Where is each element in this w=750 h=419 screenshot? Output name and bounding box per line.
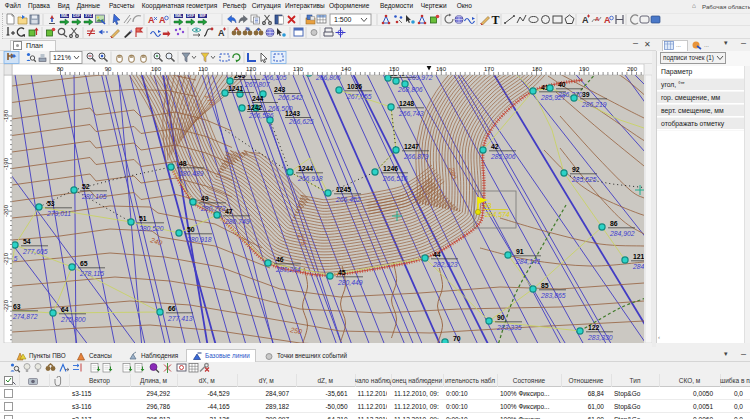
svg-text:1247: 1247 xyxy=(404,143,419,150)
svg-text:279,011: 279,011 xyxy=(46,210,71,217)
svg-text:1244: 1244 xyxy=(298,165,313,172)
svg-text:A: A xyxy=(235,26,239,32)
svg-text:91: 91 xyxy=(516,248,524,255)
svg-text:46: 46 xyxy=(276,256,284,263)
svg-text:40: 40 xyxy=(558,81,566,88)
svg-text:283,865: 283,865 xyxy=(540,292,566,299)
svg-text:1243: 1243 xyxy=(285,110,300,117)
svg-text:XML: XML xyxy=(61,14,69,18)
svg-text:100: 100 xyxy=(151,66,162,72)
svg-text:284,141: 284,141 xyxy=(515,258,541,265)
svg-text:122: 122 xyxy=(588,324,600,331)
svg-text:-220: -220 xyxy=(3,299,9,312)
svg-text:267,807: 267,807 xyxy=(244,81,270,88)
svg-text:266,879: 266,879 xyxy=(403,153,429,160)
svg-text:1242: 1242 xyxy=(247,104,262,111)
svg-text:1241: 1241 xyxy=(228,85,243,92)
svg-text:45: 45 xyxy=(338,269,346,276)
svg-text:274,872: 274,872 xyxy=(12,313,38,320)
svg-text:1246: 1246 xyxy=(383,165,398,172)
svg-text:285,306: 285,306 xyxy=(490,153,516,160)
svg-text:170: 170 xyxy=(484,66,495,72)
svg-text:200: 200 xyxy=(627,66,638,72)
svg-text:50: 50 xyxy=(187,226,195,233)
svg-text:266,536: 266,536 xyxy=(248,112,274,119)
svg-text:286,220: 286,220 xyxy=(557,91,583,98)
svg-text:-180: -180 xyxy=(3,109,9,122)
svg-text:280,520: 280,520 xyxy=(138,225,164,232)
svg-text:XML: XML xyxy=(175,14,183,18)
svg-text:243: 243 xyxy=(274,86,286,93)
svg-text:53: 53 xyxy=(47,200,55,207)
svg-text:283,335: 283,335 xyxy=(496,324,522,331)
svg-text:92: 92 xyxy=(572,166,580,173)
svg-text:85: 85 xyxy=(541,282,549,289)
svg-text:-200: -200 xyxy=(3,204,9,217)
svg-text:54: 54 xyxy=(23,238,31,245)
svg-text:63: 63 xyxy=(13,303,21,310)
svg-text:280,449: 280,449 xyxy=(337,279,363,286)
svg-text:280,773: 280,773 xyxy=(200,205,226,212)
svg-text:284,574: 284,574 xyxy=(484,211,510,218)
svg-text:180: 180 xyxy=(532,66,543,72)
svg-text:39: 39 xyxy=(582,91,590,98)
svg-text:120: 120 xyxy=(246,66,257,72)
svg-text:86: 86 xyxy=(610,220,618,227)
svg-text:51: 51 xyxy=(139,215,147,222)
svg-text:MIF: MIF xyxy=(199,14,206,18)
svg-text:268,806: 268,806 xyxy=(397,86,423,93)
svg-text:244: 244 xyxy=(252,95,264,102)
svg-text:49: 49 xyxy=(201,195,209,202)
svg-text:A: A xyxy=(148,15,155,25)
svg-text:44: 44 xyxy=(433,251,441,258)
svg-text:277,605: 277,605 xyxy=(22,248,48,255)
svg-text:A: A xyxy=(595,16,600,22)
svg-text:43: 43 xyxy=(484,202,492,209)
svg-text:70: 70 xyxy=(453,335,461,342)
svg-text:65: 65 xyxy=(80,260,88,267)
svg-text:266,625: 266,625 xyxy=(288,118,314,125)
svg-text:66: 66 xyxy=(168,305,176,312)
svg-text:121: 121 xyxy=(633,253,645,260)
svg-text:283,330: 283,330 xyxy=(587,334,613,341)
svg-text:280,918: 280,918 xyxy=(186,236,212,243)
svg-text:266,516: 266,516 xyxy=(382,175,408,182)
svg-text:52: 52 xyxy=(82,183,90,190)
svg-text:1:500: 1:500 xyxy=(334,16,352,23)
svg-text:280,105: 280,105 xyxy=(81,193,107,200)
svg-text:267,055: 267,055 xyxy=(346,93,372,100)
svg-text:%: % xyxy=(246,26,251,32)
svg-text:286,219: 286,219 xyxy=(581,101,607,108)
svg-text:T: T xyxy=(491,13,499,26)
svg-text:1245: 1245 xyxy=(336,186,351,193)
svg-text:DXF: DXF xyxy=(187,14,195,18)
svg-text:64: 64 xyxy=(61,306,69,313)
svg-text:266,542: 266,542 xyxy=(277,94,303,101)
svg-text:DXF: DXF xyxy=(73,14,81,18)
svg-text:277,413: 277,413 xyxy=(167,315,193,322)
svg-text:121%: 121% xyxy=(53,54,71,61)
svg-text:47: 47 xyxy=(225,208,233,215)
svg-text:150: 150 xyxy=(389,66,400,72)
svg-text:42: 42 xyxy=(491,143,499,150)
svg-text:48: 48 xyxy=(179,160,187,167)
svg-text:275,800: 275,800 xyxy=(60,316,86,323)
svg-text:285,525: 285,525 xyxy=(571,176,597,183)
svg-text:90: 90 xyxy=(497,314,505,321)
svg-text:280,264: 280,264 xyxy=(275,266,301,273)
svg-text:XYZ: XYZ xyxy=(85,14,93,18)
svg-text:282,923: 282,923 xyxy=(432,261,458,268)
svg-text:266,918: 266,918 xyxy=(297,175,323,182)
svg-text:266,743: 266,743 xyxy=(398,110,424,117)
svg-text:1036: 1036 xyxy=(347,83,362,90)
svg-text:280,749: 280,749 xyxy=(224,218,250,225)
svg-text:280,489: 280,489 xyxy=(178,170,204,177)
svg-text:1248: 1248 xyxy=(399,100,414,107)
svg-text:266,452: 266,452 xyxy=(335,196,361,203)
svg-text:278,115: 278,115 xyxy=(79,270,104,277)
svg-text:284,902: 284,902 xyxy=(609,230,635,237)
